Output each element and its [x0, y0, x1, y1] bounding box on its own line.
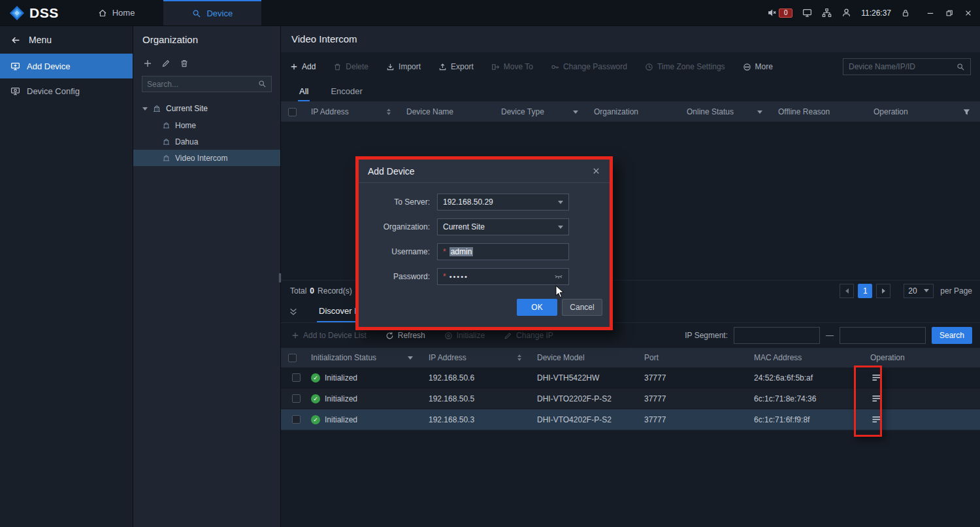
sidebar-item-device-config[interactable]: Device Config [0, 78, 133, 103]
delete-icon[interactable] [180, 59, 189, 68]
site-icon [152, 104, 161, 113]
ok-button[interactable]: OK [517, 299, 557, 316]
organization-select[interactable]: Current Site [437, 218, 569, 235]
mouse-cursor [555, 285, 566, 299]
filter-funnel-icon[interactable] [962, 108, 971, 116]
filter-caret-icon[interactable] [573, 110, 578, 114]
row-checkbox[interactable] [292, 373, 301, 382]
user-icon[interactable] [841, 8, 851, 18]
device-config-icon [10, 86, 20, 96]
search-icon[interactable] [258, 80, 267, 88]
ip-search-button[interactable]: Search [932, 327, 972, 344]
menu-header: Menu [0, 26, 133, 54]
monitor-icon[interactable] [802, 8, 812, 18]
organization-tree: Current Site Home Dahua [133, 100, 280, 166]
sitemap-icon[interactable] [822, 8, 832, 18]
tab-home[interactable]: Home [69, 0, 164, 26]
ip-segment-dash: — [826, 331, 834, 340]
tab-device[interactable]: Device [163, 0, 261, 26]
port: 37777 [644, 373, 666, 382]
site-icon [162, 137, 171, 146]
device-search [843, 58, 971, 75]
username-field[interactable]: * admin [437, 243, 569, 260]
page-size-select[interactable]: 20 [904, 284, 934, 298]
column-header: Offline Reason [778, 107, 830, 116]
tree-node-video-intercom[interactable]: Video Intercom [133, 150, 280, 166]
select-all-checkbox[interactable] [288, 354, 297, 362]
initialized-check-icon [311, 394, 320, 403]
mac-address: 6c:1c:71:8e:74:36 [754, 394, 816, 403]
add-button[interactable]: Add [290, 62, 316, 71]
speaker-mute-icon [767, 8, 777, 18]
organization-title: Organization [133, 26, 280, 54]
ip-segment-start-input[interactable] [734, 327, 820, 344]
time-zone-icon [645, 63, 653, 71]
next-page-button[interactable] [876, 284, 890, 298]
sort-icon[interactable] [517, 354, 521, 361]
more-button[interactable]: More [743, 62, 773, 71]
to-server-select[interactable]: 192.168.50.29 [437, 194, 569, 211]
back-arrow-icon[interactable] [10, 35, 20, 45]
ip-segment-end-input[interactable] [840, 327, 926, 344]
row-checkbox[interactable] [292, 394, 301, 403]
select-all-checkbox[interactable] [288, 108, 297, 116]
dialog-title-bar: Add Device [359, 160, 610, 183]
row-checkbox[interactable] [292, 415, 301, 424]
collapse-panel-icon[interactable] [289, 307, 298, 316]
edit-icon[interactable] [161, 59, 171, 68]
sort-icon[interactable] [387, 109, 391, 115]
tab-encoder[interactable]: Encoder [329, 86, 363, 101]
tree-node-current-site[interactable]: Current Site [133, 100, 280, 117]
add-device-icon [10, 61, 20, 71]
device-search-input[interactable] [849, 62, 956, 71]
tree-node-label: Dahua [175, 137, 198, 146]
chevron-down-icon [924, 289, 929, 292]
search-icon[interactable] [956, 63, 965, 71]
filter-caret-icon[interactable] [408, 356, 413, 360]
refresh-button[interactable]: Refresh [385, 331, 425, 340]
username-label: Username: [359, 247, 430, 256]
column-header: MAC Address [754, 353, 802, 362]
collapse-arrow-icon[interactable] [142, 107, 148, 110]
sidebar-item-label: Device Config [27, 86, 80, 96]
site-icon [162, 154, 171, 162]
current-page-button[interactable]: 1 [858, 284, 872, 298]
org-search-input[interactable] [147, 80, 258, 89]
close-icon[interactable] [964, 9, 972, 17]
tree-node-home[interactable]: Home [133, 117, 280, 133]
export-icon [438, 63, 447, 71]
import-button[interactable]: Import [386, 62, 421, 71]
cancel-button[interactable]: Cancel [562, 299, 602, 316]
eye-off-icon[interactable] [554, 272, 563, 281]
export-button[interactable]: Export [438, 62, 474, 71]
to-server-label: To Server: [359, 197, 430, 207]
lock-icon[interactable] [901, 8, 910, 18]
initialize-icon [444, 332, 453, 340]
password-field[interactable]: * ••••• [437, 268, 569, 285]
filter-caret-icon[interactable] [757, 110, 762, 114]
more-icon [743, 63, 751, 71]
minimize-icon[interactable] [926, 9, 934, 17]
dialog-close-icon[interactable] [592, 167, 600, 175]
column-header[interactable]: IP Address [429, 353, 466, 362]
tree-node-label: Video Intercom [175, 154, 228, 163]
dss-logo: DSS [0, 0, 69, 26]
chevron-down-icon [558, 226, 563, 229]
panel-resize-handle[interactable] [279, 273, 282, 282]
ip-address: 192.168.50.6 [429, 373, 474, 382]
prev-page-button[interactable] [840, 284, 854, 298]
port: 37777 [644, 415, 666, 424]
tab-all[interactable]: All [298, 86, 310, 101]
required-mark: * [443, 247, 446, 256]
discover-table-header: Initialization Status IP Address Device … [281, 348, 980, 367]
tree-node-dahua[interactable]: Dahua [133, 133, 280, 150]
add-org-icon[interactable] [143, 59, 152, 68]
device-model: DHI-VTO2202F-P-S2 [537, 394, 612, 403]
sidebar-item-add-device[interactable]: Add Device [0, 54, 133, 78]
plus-icon [291, 332, 299, 339]
restore-icon[interactable] [945, 9, 953, 17]
refresh-icon [385, 332, 394, 340]
mute-control[interactable]: 0 [767, 8, 792, 18]
column-header[interactable]: IP Address [311, 107, 349, 116]
init-status: Initialized [325, 373, 357, 382]
